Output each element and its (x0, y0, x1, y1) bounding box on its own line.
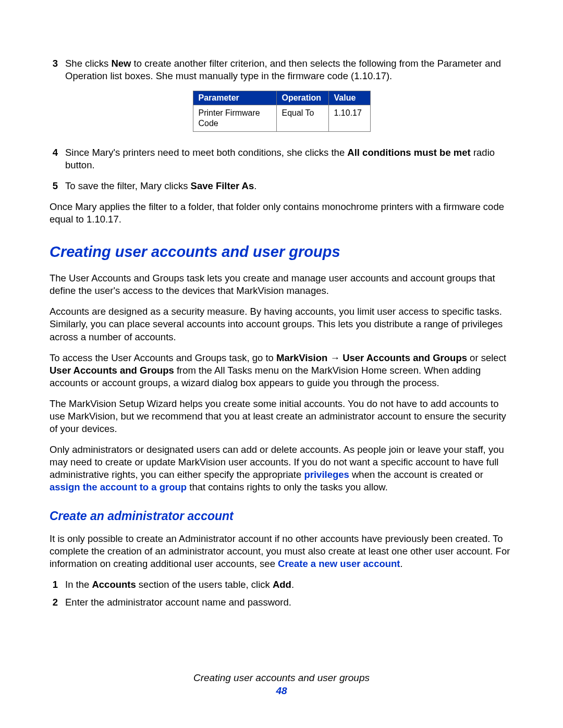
paragraph: Accounts are designed as a security meas… (50, 305, 513, 343)
paragraph: To access the User Accounts and Groups t… (50, 352, 513, 389)
link-privileges[interactable]: privileges (304, 469, 349, 480)
text: . (400, 558, 403, 569)
table-header-value: Value (328, 91, 370, 105)
cell-value: 1.10.17 (328, 105, 370, 132)
link-assign-group[interactable]: assign the account to a group (50, 482, 187, 492)
text: . (254, 180, 256, 191)
parameter-table: Parameter Operation Value Printer Firmwa… (193, 91, 371, 132)
table-header-operation: Operation (276, 91, 328, 105)
arrow-icon: → (327, 352, 342, 363)
footer-title: Creating user accounts and user groups (193, 672, 370, 683)
text: . (291, 579, 294, 590)
step-number: 4 (50, 146, 65, 171)
text: To save the filter, Mary clicks (65, 180, 191, 191)
text: or select (467, 352, 506, 363)
bold-text: MarkVision (276, 352, 327, 363)
page-footer: Creating user accounts and user groups 4… (0, 671, 563, 698)
step-body: Since Mary's printers need to meet both … (65, 146, 513, 171)
step-3: 3 She clicks New to create another filte… (50, 57, 513, 82)
subsection-heading: Create an administrator account (50, 509, 513, 523)
text: In the (65, 579, 92, 590)
link-create-user-account[interactable]: Create a new user account (278, 558, 400, 569)
step-body: Enter the administrator account name and… (65, 596, 513, 609)
bold-text: Add (273, 579, 291, 590)
cell-parameter: Printer Firmware Code (193, 105, 276, 132)
step-number: 3 (50, 57, 65, 82)
bold-text: Accounts (92, 579, 136, 590)
step-number: 1 (50, 578, 65, 591)
step-body: To save the filter, Mary clicks Save Fil… (65, 180, 513, 192)
text: that contains rights to only the tasks y… (187, 482, 388, 492)
text: She clicks (65, 58, 111, 69)
bold-text: All conditions must be met (347, 147, 470, 158)
bold-text: User Accounts and Groups (50, 365, 174, 376)
paragraph: The User Accounts and Groups task lets y… (50, 272, 513, 297)
step-body: She clicks New to create another filter … (65, 57, 513, 82)
text: Since Mary's printers need to meet both … (65, 147, 347, 158)
step-number: 5 (50, 180, 65, 192)
text: section of the users table, click (136, 579, 273, 590)
step-5: 5 To save the filter, Mary clicks Save F… (50, 180, 513, 192)
text: when the account is created or (349, 469, 483, 480)
paragraph: Only administrators or designated users … (50, 443, 513, 493)
paragraph: The MarkVision Setup Wizard helps you cr… (50, 398, 513, 435)
table-header-parameter: Parameter (193, 91, 276, 105)
cell-operation: Equal To (276, 105, 328, 132)
step-2: 2 Enter the administrator account name a… (50, 596, 513, 609)
step-number: 2 (50, 596, 65, 609)
table-row: Printer Firmware Code Equal To 1.10.17 (193, 105, 370, 132)
paragraph: It is only possible to create an Adminis… (50, 533, 513, 570)
text: To access the User Accounts and Groups t… (50, 352, 276, 363)
step-body: In the Accounts section of the users tab… (65, 578, 513, 591)
step-1: 1 In the Accounts section of the users t… (50, 578, 513, 591)
bold-text: User Accounts and Groups (342, 352, 467, 363)
bold-text: New (111, 58, 131, 69)
bold-text: Save Filter As (191, 180, 254, 191)
section-heading: Creating user accounts and user groups (50, 243, 513, 261)
text: to create another filter criterion, and … (65, 58, 501, 81)
step-4: 4 Since Mary's printers need to meet bot… (50, 146, 513, 171)
page-number: 48 (0, 684, 563, 698)
paragraph: Once Mary applies the filter to a folder… (50, 201, 513, 226)
